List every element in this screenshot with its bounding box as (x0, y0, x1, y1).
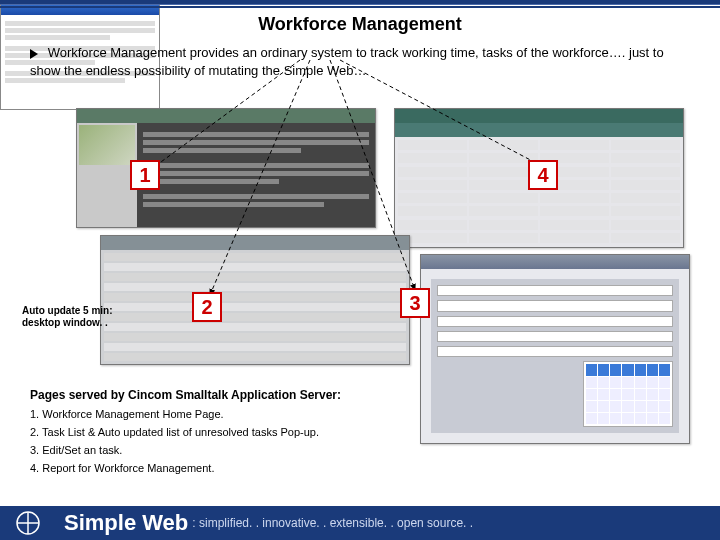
screenshot-sidebar (77, 123, 137, 227)
screenshot-header (421, 255, 689, 269)
reports-grid (395, 137, 683, 247)
globe-icon (0, 506, 56, 540)
calendar-icon (583, 361, 673, 427)
intro-text: Workforce Management provides an ordinar… (30, 45, 664, 78)
popup-caption-l2: desktop window. . (22, 317, 113, 329)
screenshot-header (77, 109, 375, 123)
reports-banner (395, 123, 683, 137)
served-item-3: 3. Edit/Set an task. (30, 444, 341, 456)
footer-brand: Simple Web (64, 510, 188, 536)
edit-form (431, 279, 679, 433)
callout-3: 3 (400, 288, 430, 318)
served-item-1: 1. Workforce Management Home Page. (30, 408, 341, 420)
screenshot-home (76, 108, 376, 228)
served-item-4: 4. Report for Workforce Management. (30, 462, 341, 474)
footer-bar: Simple Web : simplified. . innovative. .… (0, 506, 720, 540)
popup-caption: Auto update 5 min: desktop window. . (22, 305, 113, 329)
served-header: Pages served by Cincom Smalltalk Applica… (30, 388, 341, 402)
screenshot-task-list (100, 235, 410, 365)
bullet-icon (30, 49, 38, 59)
callout-2: 2 (192, 292, 222, 322)
screenshot-header (395, 109, 683, 123)
screenshot-main (137, 123, 375, 227)
footer-tagline: : simplified. . innovative. . extensible… (192, 516, 473, 530)
topbar-stripe-2 (0, 4, 720, 5)
served-by-list: Pages served by Cincom Smalltalk Applica… (30, 388, 341, 480)
popup-caption-l1: Auto update 5 min: (22, 305, 113, 317)
screenshot-header (101, 236, 409, 250)
callout-4: 4 (528, 160, 558, 190)
intro-paragraph: Workforce Management provides an ordinar… (30, 44, 680, 79)
served-item-2: 2. Task List & Auto updated list of unre… (30, 426, 341, 438)
page-title: Workforce Management (0, 14, 720, 35)
topbar-stripe-3 (0, 6, 720, 8)
task-rows (101, 250, 409, 364)
callout-1: 1 (130, 160, 160, 190)
screenshot-edit-task (420, 254, 690, 444)
leaf-image (79, 125, 135, 165)
